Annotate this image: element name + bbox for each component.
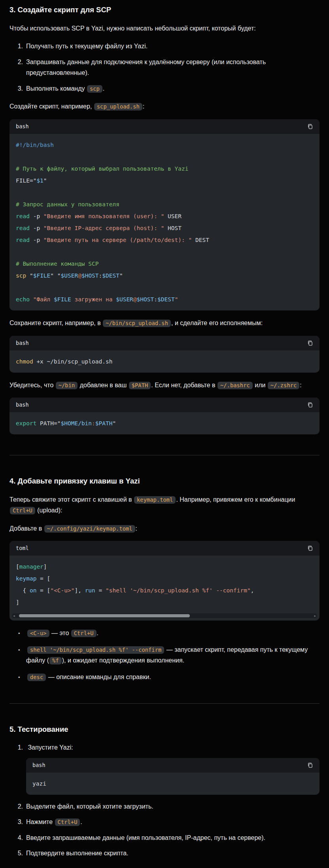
list-item: Выделите файл, который хотите загрузить. (16, 801, 320, 812)
inline-code: Ctrl+U (10, 507, 35, 514)
inline-code: shell '~/bin/scp_upload.sh %f' --confirm (27, 646, 164, 654)
copy-icon (307, 402, 313, 408)
code-line: read -p "Введите IP-адрес сервера (host)… (16, 222, 313, 234)
copy-code-button[interactable] (307, 545, 313, 551)
code-line (16, 187, 313, 198)
paragraph-keymap-intro: Теперь свяжите этот скрипт с клавишей в … (9, 494, 320, 516)
inline-code: %f (49, 657, 62, 664)
list-item-text: Запустите Yazi: (28, 744, 73, 751)
code-line: # Выполнение команды SCP (16, 258, 313, 270)
list-item: Запрашивать данные для подключения к уда… (16, 57, 320, 78)
copy-icon (307, 762, 313, 768)
section-divider (9, 455, 320, 455)
inline-code: ~/.zshrc (268, 382, 299, 389)
paragraph-save-script: Сохраните скрипт, например, в ~/bin/scp_… (9, 318, 320, 329)
scroll-right-arrow-icon[interactable]: ▸ (314, 613, 316, 618)
list-item: Введите запрашиваемые данные (имя пользо… (16, 832, 320, 843)
code-block-header: bash (9, 119, 320, 134)
code-block-header: bash (9, 336, 320, 350)
code-line: echo "Файл $FILE загружен на $USER@$HOST… (16, 293, 313, 305)
code-line: #!/bin/bash (16, 139, 313, 151)
code-content: chmod +x ~/bin/scp_upload.sh (9, 350, 320, 373)
code-content: #!/bin/bash# Путь к файлу, который выбра… (9, 134, 320, 310)
inline-code: keymap.toml (134, 496, 176, 504)
copy-code-button[interactable] (307, 340, 313, 346)
code-content: [manager]keymap = [ { on = ["<C-u>"], ru… (9, 556, 320, 613)
ordered-list-testing: Запустите Yazi: bash yazi Выделите файл,… (9, 742, 320, 859)
code-line: yazi (32, 778, 313, 790)
code-block-header: toml (9, 541, 320, 556)
code-line: read -p "Введите имя пользователя (user)… (16, 210, 313, 222)
code-language-label: bash (16, 339, 29, 348)
copy-code-button[interactable] (307, 402, 313, 408)
chat-answer-page: 3. Создайте скрипт для SCP Чтобы использ… (0, 0, 329, 868)
code-content: yazi (26, 773, 320, 795)
scroll-left-arrow-icon[interactable]: ◂ (13, 613, 15, 618)
code-line (16, 282, 313, 293)
code-block-header: bash (26, 758, 320, 773)
list-item: Получать путь к текущему файлу из Yazi. (16, 41, 320, 52)
code-line: scp "$FILE" "$USER@$HOST:$DEST" (16, 270, 313, 282)
code-language-label: toml (16, 544, 29, 553)
inline-code: Ctrl+U (55, 819, 80, 826)
code-line: keymap = [ (16, 573, 313, 584)
copy-code-button[interactable] (307, 124, 313, 129)
copy-icon (307, 340, 313, 346)
list-item: Выполнять команду scp. (16, 83, 320, 94)
inline-code: $PATH (129, 382, 151, 389)
code-language-label: bash (16, 122, 29, 131)
code-block-scp-script: bash #!/bin/bash# Путь к файлу, который … (9, 119, 320, 310)
code-line: FILE="$1" (16, 175, 313, 187)
horizontal-scrollbar[interactable]: ◂ ▸ (12, 613, 317, 618)
paragraph-create-script: Создайте скрипт, например, scp_upload.sh… (9, 101, 320, 112)
section-heading-3: 3. Создайте скрипт для SCP (9, 5, 320, 15)
code-line: { on = ["<C-u>"], run = "shell '~/bin/sc… (16, 584, 313, 596)
list-item: desc — описание команды для справки. (17, 672, 320, 683)
code-block-export-path: bash export PATH="$HOME/bin:$PATH" (9, 398, 320, 434)
list-item: <C-u> — это Ctrl+U. (17, 628, 320, 639)
section-heading-5: 5. Тестирование (9, 724, 320, 735)
section-divider (9, 703, 320, 704)
inline-code: <C-u> (27, 630, 49, 637)
paragraph-intro: Чтобы использовать SCP в Yazi, нужно нап… (9, 23, 320, 34)
code-line: ] (16, 596, 313, 608)
inline-code: scp (87, 85, 102, 93)
list-item: shell '~/bin/scp_upload.sh %f' --confirm… (17, 644, 320, 666)
code-line: # Запрос данных у пользователя (16, 198, 313, 210)
code-line: [manager] (16, 561, 313, 573)
paragraph-path-check: Убедитесь, что ~/bin добавлен в ваш $PAT… (9, 380, 320, 391)
code-language-label: bash (16, 400, 29, 409)
inline-code: scp_upload.sh (94, 103, 142, 110)
paragraph-outro: Если всё настроено правильно, файл будет… (9, 866, 320, 868)
list-item: Запустите Yazi: bash yazi (16, 742, 320, 795)
code-line (16, 246, 313, 258)
section-heading-4: 4. Добавьте привязку клавиш в Yazi (9, 476, 320, 486)
code-block-keymap-toml: toml [manager]keymap = [ { on = ["<C-u>"… (9, 541, 320, 621)
inline-code: ~/bin/scp_upload.sh (103, 320, 171, 327)
code-line: export PATH="$HOME/bin:$PATH" (16, 417, 313, 429)
scrollbar-thumb[interactable] (19, 614, 190, 617)
copy-icon (307, 545, 313, 551)
inline-code: ~/.bashrc (217, 382, 253, 389)
code-line: # Путь к файлу, который выбрал пользоват… (16, 163, 313, 175)
inline-code: ~/.config/yazi/keymap.toml (44, 525, 135, 533)
code-line: chmod +x ~/bin/scp_upload.sh (16, 356, 313, 367)
ordered-list-script-goals: Получать путь к текущему файлу из Yazi. … (9, 41, 320, 94)
bullet-list-keymap-notes: <C-u> — это Ctrl+U. shell '~/bin/scp_upl… (9, 628, 320, 682)
copy-code-button[interactable] (307, 762, 313, 768)
copy-icon (307, 124, 313, 129)
code-line (16, 151, 313, 163)
code-content: export PATH="$HOME/bin:$PATH" (9, 412, 320, 434)
code-line: read -p "Введите путь на сервере (/path/… (16, 234, 313, 246)
list-item: Нажмите Ctrl+U. (16, 817, 320, 828)
paragraph-add-to-config: Добавьте в ~/.config/yazi/keymap.toml: (9, 523, 320, 534)
inline-code: Ctrl+U (71, 630, 96, 637)
code-block-chmod: bash chmod +x ~/bin/scp_upload.sh (9, 336, 320, 373)
code-language-label: bash (32, 761, 45, 770)
inline-code: desc (27, 674, 46, 681)
code-block-yazi: bash yazi (26, 758, 320, 795)
list-item: Подтвердите выполнение скрипта. (16, 848, 320, 859)
code-block-header: bash (9, 398, 320, 412)
inline-code: ~/bin (56, 382, 78, 389)
